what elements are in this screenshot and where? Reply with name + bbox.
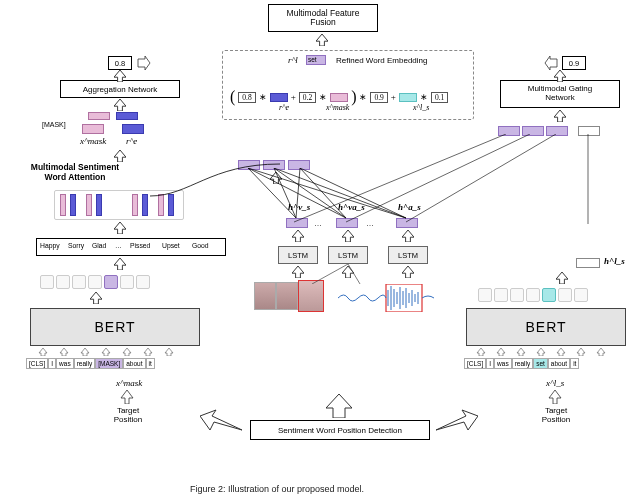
video-frame-selected bbox=[298, 280, 324, 312]
arrow-up-icon bbox=[402, 230, 414, 242]
sw-6: Good bbox=[192, 242, 209, 249]
arrow-up-icon bbox=[554, 110, 566, 122]
arrow-right-icon bbox=[137, 56, 151, 70]
aggregation-label: Aggregation Network bbox=[83, 85, 158, 94]
svg-line-22 bbox=[348, 264, 360, 284]
token: it bbox=[570, 358, 579, 369]
arrow-up-icon bbox=[496, 348, 506, 356]
token: really bbox=[74, 358, 96, 369]
att-bar bbox=[60, 194, 66, 216]
re-bar bbox=[270, 93, 288, 102]
arrow-up-icon bbox=[80, 348, 90, 356]
sw-4: Pissed bbox=[130, 242, 150, 249]
xmask-symbol: x^mask bbox=[80, 136, 106, 146]
embed-slot bbox=[72, 275, 86, 289]
arrow-left-icon bbox=[544, 56, 558, 70]
embed-slot bbox=[494, 288, 508, 302]
detector-label: Sentiment Word Position Detection bbox=[278, 426, 402, 435]
gate-cross-lines bbox=[282, 134, 612, 224]
embed-slot bbox=[56, 275, 70, 289]
arrow-up-icon bbox=[556, 348, 566, 356]
arrow-up-icon bbox=[516, 348, 526, 356]
token: I bbox=[486, 358, 494, 369]
right-token-row: [CLS] I was really set about it bbox=[464, 358, 579, 369]
svg-line-23 bbox=[294, 134, 506, 222]
arrow-row bbox=[38, 348, 174, 356]
arrow-up-icon bbox=[548, 390, 562, 404]
lstm-label: LSTM bbox=[288, 251, 308, 260]
bert-right: BERT bbox=[466, 308, 626, 346]
lstm-label: LSTM bbox=[338, 251, 358, 260]
arrow-into-fusion-center bbox=[316, 34, 328, 46]
embed-slot bbox=[120, 275, 134, 289]
token: was bbox=[494, 358, 512, 369]
right-score-value: 0.9 bbox=[569, 59, 579, 68]
mask-top-bar-2 bbox=[116, 112, 138, 120]
lstm-label: LSTM bbox=[398, 251, 418, 260]
arrow-to-agg bbox=[114, 99, 126, 111]
left-score-box: 0.8 bbox=[108, 56, 132, 70]
att-bar bbox=[132, 194, 138, 216]
arrow-to-maskrow bbox=[114, 150, 126, 162]
token: I bbox=[48, 358, 56, 369]
att-bar bbox=[86, 194, 92, 216]
arrow-up-icon bbox=[143, 348, 153, 356]
token-mask: [MASK] bbox=[95, 358, 123, 369]
formula-xls-label: x^l_s bbox=[413, 103, 429, 112]
arrow-to-words bbox=[114, 258, 126, 270]
arrow-up-icon bbox=[59, 348, 69, 356]
gating-network-box: Multimodal Gating Network bbox=[500, 80, 620, 108]
att-bar bbox=[70, 194, 76, 216]
svg-line-24 bbox=[346, 134, 530, 222]
embed-slot bbox=[136, 275, 150, 289]
weight-3: 0.9 bbox=[370, 92, 387, 103]
arrow-up-icon bbox=[596, 348, 606, 356]
arrow-row bbox=[476, 348, 606, 356]
arrow-up-icon bbox=[120, 390, 134, 404]
embed-slot bbox=[478, 288, 492, 302]
arrow-into-fusion-left bbox=[195, 30, 265, 44]
embed-slot bbox=[574, 288, 588, 302]
mask-bot-bar-1 bbox=[82, 124, 104, 134]
right-embed-row bbox=[478, 288, 588, 302]
hl-label: h^l_s bbox=[604, 256, 625, 266]
video-frame bbox=[254, 282, 276, 310]
formula-re-label: r^e bbox=[279, 103, 289, 112]
embed-slot bbox=[40, 275, 54, 289]
arrow-up-icon bbox=[342, 230, 354, 242]
token: [CLS] bbox=[26, 358, 48, 369]
xmask-bar bbox=[330, 93, 348, 102]
aggregation-network-box: Aggregation Network bbox=[60, 80, 180, 98]
sw-0: Happy bbox=[40, 242, 60, 249]
token-target: set bbox=[533, 358, 548, 369]
left-embed-row bbox=[40, 275, 150, 289]
xls-under: x^l_s bbox=[546, 378, 564, 388]
fusion-box: Multimodal Feature Fusion bbox=[268, 4, 378, 32]
att-bar bbox=[96, 194, 102, 216]
svg-line-21 bbox=[312, 264, 348, 284]
token: was bbox=[56, 358, 74, 369]
arrow-up-icon bbox=[122, 348, 132, 356]
mask-top-bar-1 bbox=[88, 112, 110, 120]
weight-4: 0.1 bbox=[431, 92, 448, 103]
embed-slot bbox=[104, 275, 118, 289]
arrow-up-icon bbox=[101, 348, 111, 356]
refined-set-word: set bbox=[308, 56, 317, 63]
weight-2: 0.2 bbox=[299, 92, 316, 103]
arrow-up-icon bbox=[576, 348, 586, 356]
embed-slot bbox=[542, 288, 556, 302]
va-connect bbox=[312, 264, 362, 284]
arrow-up-icon bbox=[476, 348, 486, 356]
arrow-to-embed-left bbox=[90, 292, 102, 304]
bert-left: BERT bbox=[30, 308, 200, 346]
sw-3: … bbox=[115, 242, 122, 249]
sw-5: Upset bbox=[162, 242, 180, 249]
bert-right-label: BERT bbox=[525, 319, 566, 335]
mask-tag: [MASK] bbox=[42, 121, 66, 128]
arrow-up-icon bbox=[402, 266, 414, 278]
arrow-up-icon bbox=[292, 230, 304, 242]
token: about bbox=[548, 358, 570, 369]
arrow-up-icon bbox=[536, 348, 546, 356]
arrow-up-icon bbox=[292, 266, 304, 278]
sw-2: Glad bbox=[92, 242, 106, 249]
